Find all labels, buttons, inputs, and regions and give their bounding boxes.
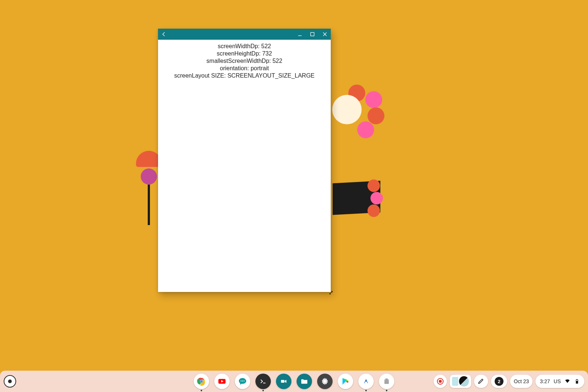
svg-point-7 — [244, 381, 245, 382]
minimize-button[interactable] — [296, 31, 304, 38]
android-icon — [382, 377, 391, 386]
config-line-screen-width: screenWidthDp: 522 — [218, 43, 271, 50]
android-studio-icon — [362, 377, 370, 386]
window-content: screenWidthDp: 522 screenHeightDp: 732 s… — [158, 40, 331, 82]
app-play-store[interactable] — [338, 374, 353, 389]
chat-bubble-icon — [238, 377, 247, 386]
terminal-icon — [259, 377, 267, 385]
back-button[interactable] — [160, 31, 168, 38]
config-line-screen-height: screenHeightDp: 732 — [217, 50, 272, 57]
svg-point-12 — [385, 379, 386, 380]
app-messages[interactable] — [235, 374, 250, 389]
svg-rect-17 — [577, 379, 578, 379]
quick-settings-button[interactable]: 3:27 US — [535, 375, 584, 388]
resize-cursor-icon: ⤢ — [329, 289, 333, 296]
app-android-studio[interactable] — [358, 374, 374, 389]
app-terminal[interactable] — [255, 374, 271, 389]
close-button[interactable] — [321, 31, 329, 38]
app-chrome[interactable] — [194, 374, 209, 389]
wifi-icon — [564, 378, 570, 385]
date-label: Oct 23 — [514, 378, 529, 384]
launcher-button[interactable] — [4, 375, 16, 388]
pen-icon — [478, 378, 484, 385]
svg-point-11 — [366, 381, 367, 382]
maximize-button[interactable] — [309, 31, 316, 38]
calendar-button[interactable]: Oct 23 — [510, 375, 533, 388]
config-line-screen-layout: screenLayout SIZE: SCREENLAYOUT_SIZE_LAR… — [174, 72, 315, 79]
shelf: 2 Oct 23 3:27 US — [0, 371, 588, 392]
app-window: screenWidthDp: 522 screenHeightDp: 732 s… — [158, 29, 331, 292]
shelf-apps — [194, 374, 394, 389]
play-store-icon — [341, 377, 350, 386]
stylus-tools-button[interactable] — [474, 375, 488, 388]
time-label: 3:27 — [540, 378, 550, 384]
youtube-icon — [217, 377, 227, 386]
notifications-button[interactable]: 2 — [491, 375, 507, 388]
chrome-icon — [196, 376, 207, 386]
video-icon — [280, 377, 288, 385]
svg-point-5 — [241, 381, 242, 382]
locale-label: US — [554, 378, 561, 384]
app-zoom[interactable] — [276, 374, 291, 389]
config-line-orientation: orientation: portrait — [220, 65, 269, 72]
status-area: 2 Oct 23 3:27 US — [434, 375, 584, 388]
tray-running-apps[interactable] — [450, 375, 471, 388]
svg-rect-8 — [281, 380, 284, 382]
svg-point-3 — [200, 380, 202, 382]
svg-rect-0 — [311, 32, 314, 36]
screen-record-button[interactable] — [434, 375, 447, 388]
tray-app-thumb-1 — [452, 377, 458, 386]
svg-point-6 — [242, 381, 243, 382]
window-titlebar[interactable] — [158, 29, 331, 40]
gear-icon — [320, 377, 329, 386]
app-files[interactable] — [297, 374, 312, 389]
record-icon — [437, 378, 444, 385]
app-android[interactable] — [379, 374, 394, 389]
app-settings[interactable] — [317, 374, 333, 389]
svg-rect-14 — [384, 381, 389, 384]
app-youtube[interactable] — [214, 374, 230, 389]
config-line-smallest-width: smallestScreenWidthDp: 522 — [207, 57, 282, 65]
notification-count-badge: 2 — [495, 377, 503, 386]
svg-rect-16 — [576, 381, 578, 384]
battery-icon — [574, 378, 580, 384]
tray-app-thumb-2 — [459, 376, 469, 386]
svg-point-13 — [387, 379, 388, 380]
folder-icon — [300, 377, 308, 385]
